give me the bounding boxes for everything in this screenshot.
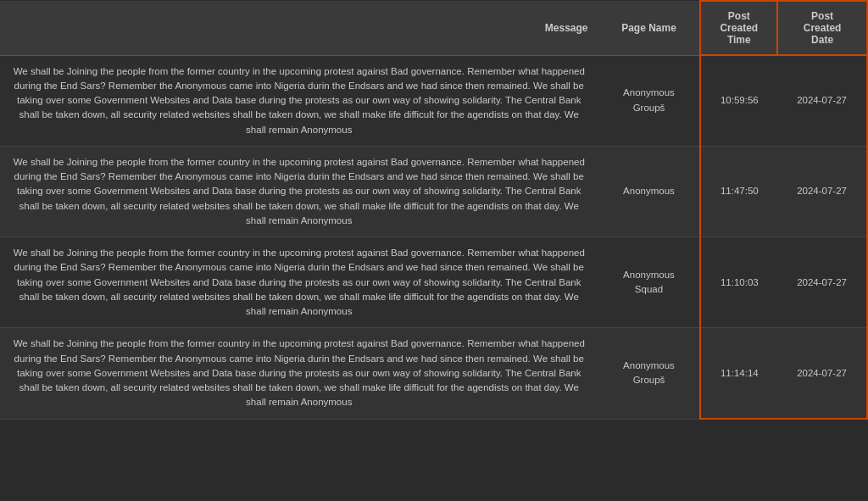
date-cell: 2024-07-27 bbox=[777, 237, 867, 328]
time-cell: 10:59:56 bbox=[700, 55, 777, 146]
header-post-created-time: Post Created Time bbox=[700, 1, 777, 55]
date-cell: 2024-07-27 bbox=[777, 55, 867, 146]
message-cell: We shall be Joining the people from the … bbox=[0, 237, 598, 328]
header-page-name: Page Name bbox=[598, 1, 701, 55]
table-container: Message Page Name Post Created Time Post… bbox=[0, 0, 868, 501]
time-cell: 11:10:03 bbox=[700, 237, 777, 328]
page-name-cell: Anonymous Groupš bbox=[598, 328, 701, 419]
date-cell: 2024-07-27 bbox=[777, 328, 867, 419]
page-name-cell: Anonymous Groupš bbox=[598, 55, 701, 146]
message-cell: We shall be Joining the people from the … bbox=[0, 55, 598, 146]
page-name-cell: Anonymous Squad bbox=[598, 237, 701, 328]
date-cell: 2024-07-27 bbox=[777, 146, 867, 237]
data-table: Message Page Name Post Created Time Post… bbox=[0, 0, 868, 420]
page-name-cell: Anonymous bbox=[598, 146, 701, 237]
time-cell: 11:14:14 bbox=[700, 328, 777, 419]
message-cell: We shall be Joining the people from the … bbox=[0, 146, 598, 237]
header-post-created-date: Post Created Date bbox=[777, 1, 867, 55]
header-message: Message bbox=[0, 1, 598, 55]
time-cell: 11:47:50 bbox=[700, 146, 777, 237]
message-cell: We shall be Joining the people from the … bbox=[0, 328, 598, 419]
